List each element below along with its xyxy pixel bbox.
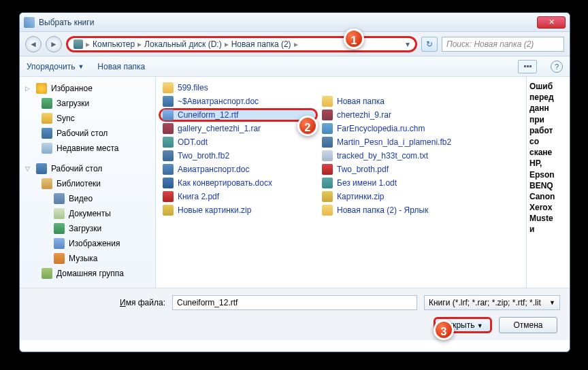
file-item[interactable]: Книга 2.pdf — [159, 190, 315, 203]
star-icon — [36, 83, 47, 94]
sidebar-sync[interactable]: Sync — [22, 111, 152, 126]
doc-icon — [163, 164, 174, 175]
file-item[interactable]: ODT.odt — [159, 135, 315, 149]
breadcrumb[interactable]: ▸ Компьютер ▸ Локальный диск (D:) ▸ Нова… — [66, 36, 417, 52]
titlebar: Выбрать книги ✕ — [20, 13, 570, 32]
folder-icon — [322, 96, 333, 107]
chm-icon — [322, 123, 333, 134]
rar-icon — [163, 123, 174, 134]
dialog-body: ▷Избранное Загрузки Sync Рабочий стол Не… — [20, 77, 570, 288]
file-item[interactable]: FarEncyclopedia.ru.chm — [318, 122, 474, 135]
fb2-icon — [163, 150, 174, 161]
file-item[interactable]: tracked_by_h33t_com.txt — [318, 149, 474, 163]
odt-icon — [163, 137, 174, 148]
sidebar-homegroup[interactable]: Домашняя группа — [22, 266, 152, 281]
file-open-dialog: Выбрать книги ✕ ◄ ► ▸ Компьютер ▸ Локаль… — [19, 12, 570, 352]
video-icon — [54, 193, 65, 204]
file-item[interactable]: Cuneiform_12.rtf — [159, 108, 318, 122]
cancel-button[interactable]: Отмена — [499, 317, 557, 333]
toolbar: Упорядочить ▼ Новая папка ? — [20, 56, 570, 77]
chevron-down-icon[interactable]: ▾ — [406, 39, 410, 49]
doc-icon — [163, 96, 174, 107]
docx-icon — [163, 178, 174, 188]
music-icon — [54, 253, 65, 264]
file-item[interactable]: 599.files — [159, 81, 315, 95]
crumb[interactable]: Новая папка (2) — [231, 39, 291, 49]
file-item[interactable]: Картинки.zip — [318, 190, 474, 203]
sidebar-images[interactable]: Изображения — [22, 236, 152, 251]
crumb[interactable]: Компьютер — [93, 39, 135, 49]
sync-icon — [42, 113, 52, 124]
crumb[interactable]: Локальный диск (D:) — [144, 39, 222, 49]
sidebar: ▷Избранное Загрузки Sync Рабочий стол Не… — [20, 77, 156, 288]
refresh-button[interactable]: ↻ — [421, 37, 438, 52]
file-item[interactable]: Two_broth.pdf — [318, 163, 474, 176]
view-mode-button[interactable] — [518, 60, 537, 73]
filename-label: Имя файла: — [29, 298, 165, 307]
sidebar-downloads[interactable]: Загрузки — [22, 96, 152, 111]
computer-icon — [74, 39, 83, 49]
preview-pane: ОшибпередданнприработсосканеHP,EpsonBENQ… — [526, 77, 570, 288]
sidebar-favorites[interactable]: ▷Избранное — [22, 81, 152, 96]
sidebar-desktop-section[interactable]: ▽Рабочий стол — [22, 161, 152, 176]
file-list[interactable]: 599.files~$Авиатранспорт.docCuneiform_12… — [156, 77, 526, 288]
sidebar-libraries[interactable]: Библиотеки — [22, 176, 152, 191]
image-icon — [54, 238, 65, 249]
file-item[interactable]: Новая папка — [318, 95, 474, 108]
app-icon — [24, 17, 35, 28]
txt-icon — [322, 150, 333, 161]
lnk-icon — [322, 205, 333, 216]
library-icon — [42, 178, 52, 189]
window-title: Выбрать книги — [39, 18, 537, 27]
help-button[interactable]: ? — [551, 61, 563, 73]
file-item[interactable]: Новая папка (2) - Ярлык — [318, 203, 474, 217]
rtf-icon — [163, 110, 174, 120]
download-icon — [54, 223, 65, 234]
chevron-down-icon: ▼ — [78, 63, 84, 70]
file-item[interactable]: Martin_Pesn_lda_i_plameni.fb2 — [318, 135, 474, 149]
file-item[interactable]: chertezhi_9.rar — [318, 108, 474, 122]
zip-icon — [322, 191, 333, 202]
file-item[interactable]: ~$Авиатранспорт.doc — [159, 95, 315, 108]
zip-icon — [163, 205, 174, 216]
search-input[interactable]: Поиск: Новая папка (2) — [442, 37, 564, 52]
annotation-badge-2: 2 — [297, 116, 318, 136]
navbar: ◄ ► ▸ Компьютер ▸ Локальный диск (D:) ▸ … — [20, 32, 570, 56]
file-item[interactable]: Новые картинки.zip — [159, 203, 315, 217]
file-item[interactable]: Авиатранспорт.doc — [159, 163, 315, 176]
annotation-badge-3: 3 — [434, 320, 454, 340]
close-button[interactable]: ✕ — [537, 16, 566, 29]
sidebar-downloads2[interactable]: Загрузки — [22, 221, 152, 236]
rar-icon — [322, 110, 333, 120]
organize-button[interactable]: Упорядочить ▼ — [27, 62, 84, 71]
desktop-icon — [42, 128, 52, 139]
file-item[interactable]: gallery_chertezhi_1.rar — [159, 122, 315, 135]
fb2-icon — [322, 137, 333, 148]
document-icon — [54, 208, 65, 219]
file-type-filter[interactable]: Книги (*.lrf; *.rar; *.zip; *.rtf; *.lit… — [424, 295, 560, 310]
annotation-badge-1: 1 — [344, 29, 364, 49]
odt-icon — [322, 178, 333, 188]
new-folder-button[interactable]: Новая папка — [97, 62, 145, 71]
download-icon — [42, 98, 52, 109]
file-item[interactable]: Без имени 1.odt — [318, 176, 474, 190]
back-button[interactable]: ◄ — [25, 36, 42, 52]
sidebar-video[interactable]: Видео — [22, 191, 152, 206]
pdf-icon — [163, 191, 174, 202]
folder-icon — [163, 82, 174, 93]
recent-icon — [42, 143, 52, 154]
sidebar-desktop[interactable]: Рабочий стол — [22, 126, 152, 141]
chevron-down-icon: ▼ — [549, 296, 555, 309]
sidebar-documents[interactable]: Документы — [22, 206, 152, 221]
file-item[interactable]: Two_broth.fb2 — [159, 149, 315, 163]
pdf-icon — [322, 164, 333, 175]
forward-button[interactable]: ► — [46, 36, 62, 52]
sidebar-music[interactable]: Музыка — [22, 251, 152, 266]
desktop-icon — [36, 163, 47, 174]
homegroup-icon — [42, 268, 52, 279]
file-item[interactable]: Как конвертировать.docx — [159, 176, 315, 190]
bottom-panel: Имя файла: Книги (*.lrf; *.rar; *.zip; *… — [20, 288, 570, 340]
sidebar-recent[interactable]: Недавние места — [22, 141, 152, 156]
filename-input[interactable] — [172, 295, 417, 310]
